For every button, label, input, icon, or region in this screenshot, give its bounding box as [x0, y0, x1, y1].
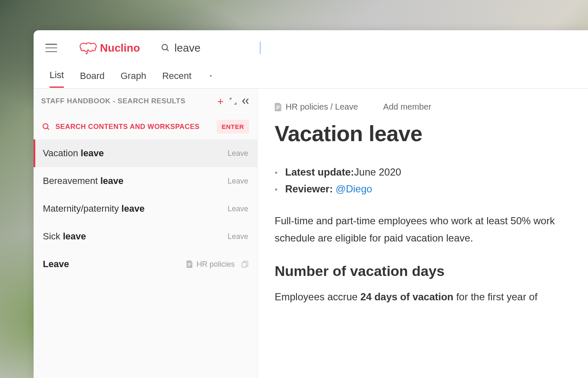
svg-rect-9: [276, 107, 280, 108]
menu-icon[interactable]: [45, 44, 57, 52]
enter-badge: ENTER: [217, 120, 249, 134]
expand-icon[interactable]: [229, 97, 237, 105]
sidebar: STAFF HANDBOOK - SEARCH RESULTS + SEARCH…: [34, 89, 258, 378]
search-icon: [161, 43, 170, 52]
result-category: HR policies: [186, 260, 248, 269]
add-icon[interactable]: +: [216, 97, 225, 105]
breadcrumb-row: HR policies / Leave Add member: [275, 102, 571, 112]
result-category: Leave: [228, 149, 248, 158]
view-tabs: List Board Graph Recent: [34, 62, 588, 88]
svg-rect-6: [188, 265, 190, 266]
intro-paragraph: Full-time and part-time employees who wo…: [275, 213, 571, 247]
search-all-label: SEARCH CONTENTS AND WORKSPACES: [55, 123, 212, 131]
svg-line-3: [47, 128, 49, 129]
document-icon: [275, 103, 282, 111]
brain-icon: [78, 40, 97, 55]
svg-point-2: [43, 123, 48, 129]
result-category: Leave: [228, 205, 248, 213]
result-item[interactable]: Bereavement leave Leave: [34, 167, 257, 195]
svg-rect-7: [242, 262, 246, 267]
tab-board[interactable]: Board: [80, 71, 105, 87]
sidebar-header-title: STAFF HANDBOOK - SEARCH RESULTS: [41, 97, 212, 105]
svg-rect-4: [188, 263, 191, 264]
result-category: Leave: [228, 232, 248, 241]
result-title: Vacation leave: [43, 148, 228, 159]
result-item[interactable]: Maternity/paternity leave Leave: [34, 195, 257, 223]
result-item[interactable]: Leave HR policies: [34, 250, 257, 278]
brand-logo[interactable]: Nuclino: [78, 40, 140, 55]
meta-latest-update: Latest update: June 2020: [275, 164, 571, 181]
app-window: Nuclino List Board Graph Recent STAFF HA…: [34, 30, 588, 378]
result-title: Maternity/paternity leave: [43, 203, 228, 214]
topbar: Nuclino: [34, 30, 588, 62]
search-field[interactable]: [161, 42, 260, 55]
svg-rect-5: [188, 264, 191, 265]
breadcrumb-text: HR policies / Leave: [286, 102, 358, 112]
more-icon[interactable]: [210, 75, 212, 83]
add-member-button[interactable]: Add member: [383, 102, 431, 112]
collapse-icon[interactable]: [242, 97, 250, 105]
brand-name: Nuclino: [100, 42, 140, 55]
document-pane: HR policies / Leave Add member Vacation …: [258, 89, 588, 378]
result-item[interactable]: Sick leave Leave: [34, 223, 257, 250]
svg-rect-10: [276, 108, 278, 109]
result-title: Leave: [43, 259, 186, 270]
tab-list[interactable]: List: [50, 70, 64, 88]
svg-rect-8: [276, 105, 280, 106]
search-icon: [42, 123, 50, 131]
section-heading: Number of vacation days: [275, 263, 571, 279]
result-title: Bereavement leave: [43, 176, 228, 186]
text-cursor: [260, 42, 260, 54]
result-item[interactable]: Vacation leave Leave: [34, 139, 257, 167]
result-category: Leave: [228, 177, 248, 186]
result-title: Sick leave: [43, 231, 228, 242]
sidebar-header: STAFF HANDBOOK - SEARCH RESULTS +: [34, 89, 257, 114]
svg-point-0: [162, 45, 168, 50]
page-title: Vacation leave: [275, 121, 571, 146]
breadcrumb[interactable]: HR policies / Leave: [275, 102, 358, 112]
meta-reviewer: Reviewer: @Diego: [275, 181, 571, 197]
search-all-row[interactable]: SEARCH CONTENTS AND WORKSPACES ENTER: [34, 114, 257, 139]
document-icon: [186, 260, 193, 268]
collection-icon: [242, 261, 248, 268]
section-paragraph: Employees accrue 24 days of vacation for…: [275, 289, 571, 306]
svg-line-1: [167, 49, 169, 51]
doc-meta-list: Latest update: June 2020 Reviewer: @Dieg…: [275, 164, 571, 197]
mention-link[interactable]: @Diego: [336, 183, 372, 195]
search-input[interactable]: [174, 42, 258, 55]
tab-graph[interactable]: Graph: [121, 71, 146, 87]
main-body: STAFF HANDBOOK - SEARCH RESULTS + SEARCH…: [34, 88, 588, 378]
tab-recent[interactable]: Recent: [162, 71, 192, 87]
